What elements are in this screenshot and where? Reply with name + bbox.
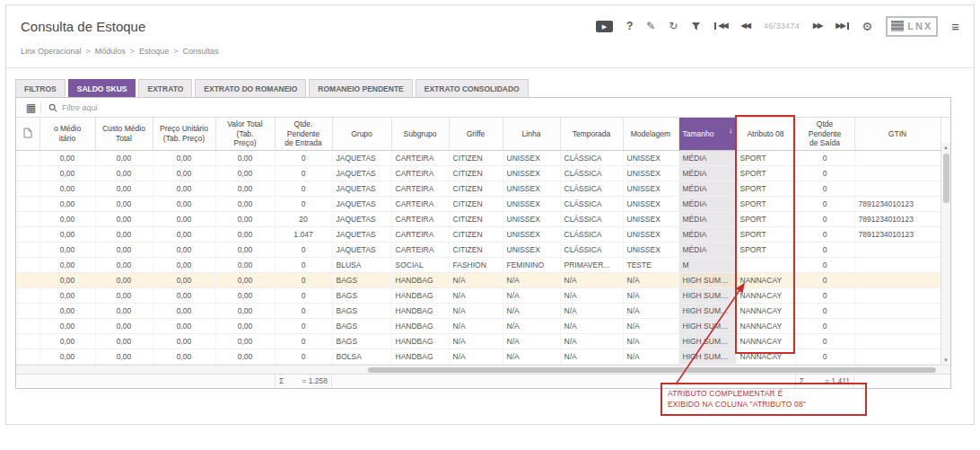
cell-modelagem[interactable]: UNISSEX <box>623 150 678 165</box>
cell-tamanho[interactable]: HIGH SUMMER ... <box>678 287 736 303</box>
breadcrumb-item[interactable]: Estoque <box>139 47 169 56</box>
cell-tamanho[interactable]: HIGH SUMMER ... <box>678 303 736 318</box>
cell-temporada[interactable]: CLÁSSICA <box>560 150 623 165</box>
cell-grupo[interactable]: BAGS <box>332 303 391 318</box>
cell-atributo-08[interactable]: SPORT <box>736 165 795 181</box>
cell-custo-medio-total[interactable]: 0,00 <box>95 226 153 242</box>
cell-custo-medio-total[interactable]: 0,00 <box>95 257 153 272</box>
column-header-tamanho[interactable]: Tamanho↓ <box>678 118 736 150</box>
cell-qtde-pendente-entrada[interactable]: 0 <box>275 242 332 257</box>
cell-temporada[interactable]: CLÁSSICA <box>560 196 623 211</box>
cell-custo-medio-unitario[interactable]: 0,00 <box>39 303 95 318</box>
cell-custo-medio-unitario[interactable]: 0,00 <box>39 257 95 272</box>
settings-gear-icon[interactable]: ⚙ <box>862 21 873 32</box>
cell-icon[interactable] <box>16 318 39 333</box>
breadcrumb-item[interactable]: Linx Operacional <box>21 47 82 56</box>
video-help-icon[interactable]: ▶ <box>596 21 613 32</box>
table-row[interactable]: 0,000,000,000,000BAGSHANDBAGN/AN/AN/AN/A… <box>16 303 941 318</box>
cell-linha[interactable]: N/A <box>503 318 560 333</box>
cell-qtde-pendente-saida[interactable]: 0 <box>795 196 854 211</box>
cell-atributo-08[interactable]: SPORT <box>736 242 795 257</box>
cell-modelagem[interactable]: N/A <box>623 333 678 349</box>
cell-tamanho[interactable]: MÉDIA <box>678 196 736 211</box>
cell-subgrupo[interactable]: HANDBAG <box>391 272 449 287</box>
cell-qtde-pendente-saida[interactable]: 0 <box>795 165 854 181</box>
cell-temporada[interactable]: N/A <box>560 287 623 303</box>
cell-qtde-pendente-entrada[interactable]: 0 <box>275 349 332 364</box>
cell-temporada[interactable]: PRIMAVER... <box>560 257 623 272</box>
cell-subgrupo[interactable]: HANDBAG <box>391 333 449 349</box>
previous-record-icon[interactable]: ◀◀ <box>741 22 750 30</box>
horizontal-scrollbar-thumb[interactable] <box>368 367 936 373</box>
cell-qtde-pendente-entrada[interactable]: 0 <box>275 196 332 211</box>
cell-atributo-08[interactable]: SPORT <box>736 211 795 226</box>
cell-icon[interactable] <box>16 226 39 242</box>
cell-preco-unitario[interactable]: 0,00 <box>153 211 215 226</box>
cell-modelagem[interactable]: UNISSEX <box>623 196 678 211</box>
column-header-griffe[interactable]: Griffe <box>449 118 503 150</box>
cell-linha[interactable]: N/A <box>503 287 560 303</box>
cell-custo-medio-total[interactable]: 0,00 <box>95 242 153 257</box>
cell-custo-medio-unitario[interactable]: 0,00 <box>39 272 95 287</box>
cell-tamanho[interactable]: HIGH SUMMER ... <box>678 333 736 349</box>
cell-grupo[interactable]: JAQUETAS <box>332 165 391 181</box>
column-header-modelagem[interactable]: Modelagem <box>623 118 678 150</box>
cell-atributo-08[interactable]: SPORT <box>736 226 795 242</box>
column-header-qtde-pendente-saida[interactable]: Qtde Pendentede Saída <box>795 118 854 150</box>
cell-grupo[interactable]: JAQUETAS <box>332 211 391 226</box>
cell-temporada[interactable]: N/A <box>560 303 623 318</box>
cell-atributo-08[interactable]: NANNACAY <box>736 333 795 349</box>
table-row[interactable]: 0,000,000,000,0020JAQUETASCARTEIRACITIZE… <box>16 211 941 226</box>
cell-valor-total[interactable]: 0,00 <box>215 349 275 364</box>
cell-gtin[interactable] <box>854 165 941 181</box>
cell-qtde-pendente-entrada[interactable]: 0 <box>275 150 332 165</box>
cell-griffe[interactable]: CITIZEN <box>449 242 503 257</box>
refresh-icon[interactable]: ↻ <box>669 21 678 31</box>
cell-preco-unitario[interactable]: 0,00 <box>153 196 215 211</box>
column-header-qtde-pendente-entrada[interactable]: Qtde. Pendentede Entrada <box>275 118 332 150</box>
table-row[interactable]: 0,000,000,000,000BAGSHANDBAGN/AN/AN/AN/A… <box>16 333 941 349</box>
cell-valor-total[interactable]: 0,00 <box>215 196 275 211</box>
cell-qtde-pendente-entrada[interactable]: 0 <box>275 333 332 349</box>
cell-linha[interactable]: N/A <box>503 333 560 349</box>
next-record-icon[interactable]: ▶▶ <box>813 22 822 30</box>
cell-griffe[interactable]: N/A <box>449 333 503 349</box>
cell-atributo-08[interactable]: NANNACAY <box>736 303 795 318</box>
cell-icon[interactable] <box>16 165 39 181</box>
cell-temporada[interactable]: N/A <box>560 318 623 333</box>
cell-modelagem[interactable]: N/A <box>623 349 678 364</box>
cell-valor-total[interactable]: 0,00 <box>215 272 275 287</box>
cell-tamanho[interactable]: HIGH SUMMER ... <box>678 318 736 333</box>
cell-griffe[interactable]: CITIZEN <box>449 211 503 226</box>
vertical-scrollbar-thumb[interactable] <box>943 154 949 203</box>
cell-griffe[interactable]: CITIZEN <box>449 196 503 211</box>
cell-griffe[interactable]: N/A <box>449 318 503 333</box>
cell-grupo[interactable]: BAGS <box>332 318 391 333</box>
table-row[interactable]: 0,000,000,000,000JAQUETASCARTEIRACITIZEN… <box>16 242 941 257</box>
cell-icon[interactable] <box>16 287 39 303</box>
cell-valor-total[interactable]: 0,00 <box>215 211 275 226</box>
table-row[interactable]: 0,000,000,000,000BAGSHANDBAGN/AN/AN/AN/A… <box>16 287 941 303</box>
cell-preco-unitario[interactable]: 0,00 <box>153 181 215 196</box>
cell-valor-total[interactable]: 0,00 <box>215 150 275 165</box>
cell-griffe[interactable]: N/A <box>449 349 503 364</box>
cell-preco-unitario[interactable]: 0,00 <box>153 150 215 165</box>
cell-gtin[interactable] <box>854 333 941 349</box>
tab-extrato-consolidado[interactable]: EXTRATO CONSOLIDADO <box>416 79 529 97</box>
cell-modelagem[interactable]: UNISSEX <box>623 242 678 257</box>
horizontal-scrollbar[interactable] <box>16 365 950 374</box>
cell-preco-unitario[interactable]: 0,00 <box>153 349 215 364</box>
table-row[interactable]: 0,000,000,000,000JAQUETASCARTEIRACITIZEN… <box>16 165 941 181</box>
table-row[interactable]: 0,000,000,000,000JAQUETASCARTEIRACITIZEN… <box>16 196 941 211</box>
cell-gtin[interactable]: 7891234010123 <box>854 211 941 226</box>
tab-romaneio-pendente[interactable]: ROMANEIO PENDENTE <box>309 79 412 97</box>
cell-valor-total[interactable]: 0,00 <box>215 226 275 242</box>
cell-atributo-08[interactable]: SPORT <box>736 150 795 165</box>
cell-custo-medio-total[interactable]: 0,00 <box>95 165 153 181</box>
cell-preco-unitario[interactable]: 0,00 <box>153 242 215 257</box>
cell-qtde-pendente-entrada[interactable]: 0 <box>275 257 332 272</box>
breadcrumb-item[interactable]: Consultas <box>182 47 218 56</box>
column-header-subgrupo[interactable]: Subgrupo <box>391 118 449 150</box>
column-chooser-icon[interactable]: ▦ <box>22 102 41 113</box>
cell-icon[interactable] <box>16 242 39 257</box>
